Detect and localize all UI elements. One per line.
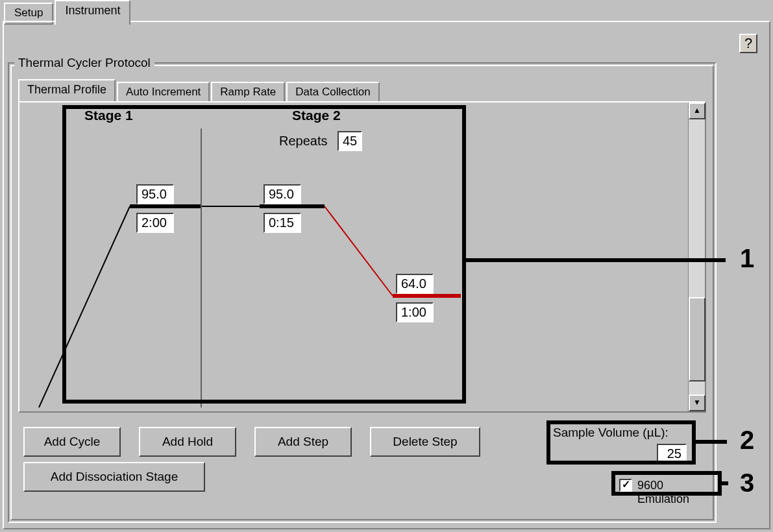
- svg-line-0: [39, 206, 130, 407]
- scroll-down-icon[interactable]: ▼: [689, 394, 706, 411]
- delete-step-button[interactable]: Delete Step: [370, 427, 480, 457]
- stage1-time-input[interactable]: 2:00: [136, 213, 174, 233]
- stage-2-label: Stage 2: [292, 108, 341, 123]
- add-hold-button[interactable]: Add Hold: [139, 427, 236, 457]
- sample-volume-input[interactable]: 25: [657, 444, 687, 464]
- tab-instrument[interactable]: Instrument: [55, 0, 130, 25]
- add-dissociation-stage-button[interactable]: Add Dissociation Stage: [23, 462, 205, 492]
- scroll-up-icon[interactable]: ▲: [689, 103, 706, 119]
- protocol-tab-bar: Thermal Profile Auto Increment Ramp Rate…: [18, 79, 381, 104]
- thermal-cycler-groupbox: Thermal Cycler Protocol Thermal Profile …: [8, 62, 717, 523]
- sample-volume-label: Sample Volume (µL):: [553, 426, 669, 440]
- emulation-9600-label: 9600 Emulation: [637, 479, 715, 506]
- svg-line-4: [325, 206, 393, 296]
- stage2-step1-time-input[interactable]: 0:15: [264, 213, 301, 233]
- thermal-profile-chart[interactable]: Stage 1 Stage 2 Repeats 45 95.0 2:00 95.…: [19, 103, 687, 411]
- stage1-temp-input[interactable]: 95.0: [136, 184, 174, 204]
- emulation-9600-checkbox[interactable]: ✓: [619, 479, 632, 492]
- stage2-step2-time-input[interactable]: 1:00: [396, 302, 434, 322]
- help-button[interactable]: ?: [739, 34, 757, 53]
- add-cycle-button[interactable]: Add Cycle: [23, 427, 121, 457]
- tab-auto-increment[interactable]: Auto Increment: [117, 82, 210, 104]
- repeats-input[interactable]: 45: [337, 131, 362, 151]
- stage2-step2-temp-input[interactable]: 64.0: [396, 274, 434, 294]
- annotation-number-3: 3: [740, 468, 754, 498]
- add-step-button[interactable]: Add Step: [254, 427, 352, 457]
- tab-thermal-profile[interactable]: Thermal Profile: [18, 79, 116, 104]
- stage-1-label: Stage 1: [84, 108, 133, 123]
- groupbox-title: Thermal Cycler Protocol: [14, 56, 154, 70]
- stage2-step1-temp-input[interactable]: 95.0: [264, 184, 301, 204]
- scroll-thumb[interactable]: [689, 297, 706, 381]
- repeats-label: Repeats: [279, 134, 328, 149]
- tab-data-collection[interactable]: Data Collection: [286, 82, 379, 104]
- thermal-profile-panel: Stage 1 Stage 2 Repeats 45 95.0 2:00 95.…: [18, 101, 706, 413]
- annotation-number-1: 1: [740, 244, 754, 273]
- annotation-number-2: 2: [740, 426, 754, 455]
- profile-vertical-scrollbar[interactable]: ▲ ▼: [688, 103, 705, 411]
- tab-ramp-rate[interactable]: Ramp Rate: [211, 82, 285, 104]
